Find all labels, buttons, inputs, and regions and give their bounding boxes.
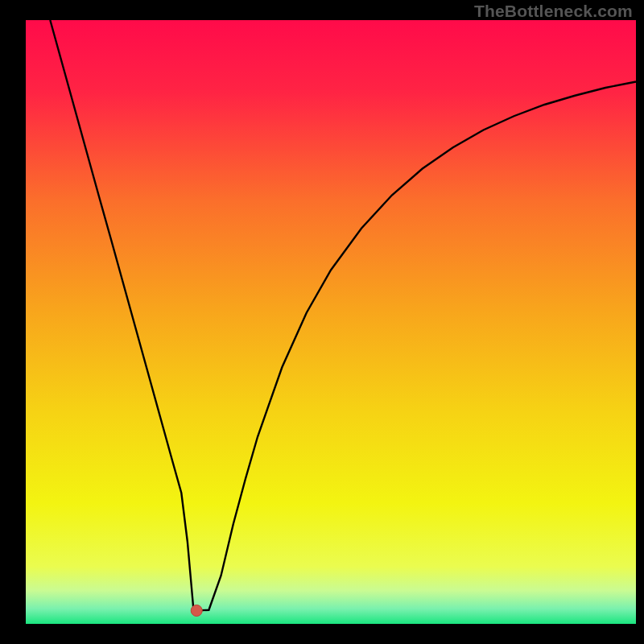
chart-root: { "watermark": "TheBottleneck.com", "cha… [0, 0, 644, 644]
marker-dot [191, 605, 202, 617]
watermark-text: TheBottleneck.com [474, 2, 633, 21]
plot-svg [0, 0, 644, 644]
plot-background [26, 20, 636, 624]
